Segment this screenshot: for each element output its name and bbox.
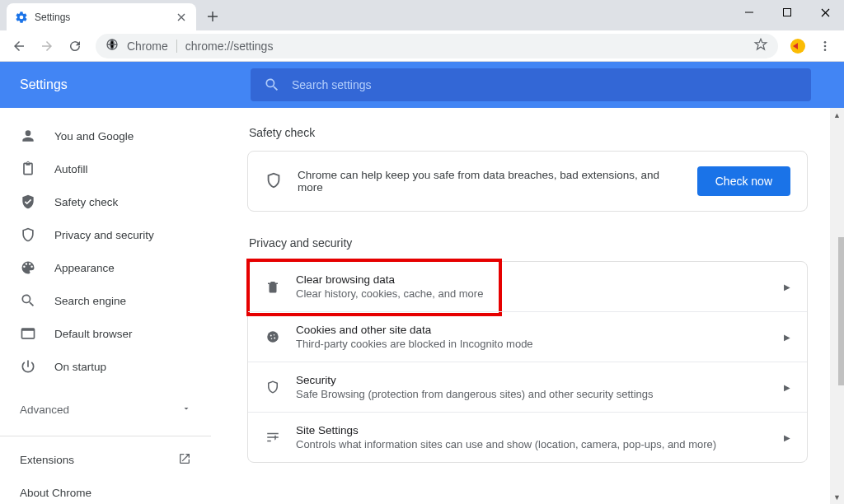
titlebar: Settings	[0, 0, 844, 30]
svg-point-3	[824, 44, 827, 47]
svg-point-4	[824, 49, 827, 51]
reload-button[interactable]	[63, 34, 87, 58]
site-label: Chrome	[127, 40, 168, 53]
advanced-label: Advanced	[20, 404, 69, 416]
row-site-settings[interactable]: Site Settings Controls what information …	[248, 412, 807, 462]
sidebar-advanced-toggle[interactable]: Advanced	[0, 390, 211, 429]
main-inner: Safety check Chrome can help keep you sa…	[247, 108, 808, 463]
sidebar: You and Google Autofill Safety check Pri…	[0, 108, 211, 504]
check-now-button[interactable]: Check now	[697, 166, 790, 196]
svg-point-5	[267, 331, 279, 343]
row-text: Cookies and other site data Third-party …	[296, 324, 769, 350]
tab-strip: Settings	[0, 0, 224, 30]
maximize-button[interactable]	[768, 0, 806, 25]
sliders-icon	[265, 430, 281, 445]
nav-label: You and Google	[54, 130, 191, 142]
browser-toolbar: Chrome chrome://settings	[0, 30, 844, 62]
new-tab-button[interactable]	[201, 5, 224, 28]
sidebar-item-autofill[interactable]: Autofill	[0, 152, 211, 185]
svg-point-7	[274, 334, 275, 336]
sidebar-item-appearance[interactable]: Appearance	[0, 251, 211, 284]
chrome-menu-button[interactable]	[813, 34, 837, 58]
palette-icon	[20, 259, 36, 276]
row-text: Clear browsing data Clear history, cooki…	[296, 273, 769, 300]
chevron-down-icon	[181, 404, 191, 416]
about-label: About Chrome	[20, 487, 91, 499]
close-tab-button[interactable]	[175, 11, 188, 24]
address-bar[interactable]: Chrome chrome://settings	[96, 34, 778, 58]
chevron-right-icon: ▶	[784, 433, 790, 442]
extensions-label: Extensions	[20, 454, 74, 466]
nav-label: Safety check	[54, 196, 191, 208]
row-title: Cookies and other site data	[296, 324, 769, 336]
sidebar-item-default-browser[interactable]: Default browser	[0, 317, 211, 350]
chevron-right-icon: ▶	[784, 282, 790, 292]
bookmark-star-icon[interactable]	[753, 37, 768, 54]
sidebar-item-privacy-security[interactable]: Privacy and security	[0, 218, 211, 251]
nav-label: On startup	[54, 361, 191, 373]
row-text: Security Safe Browsing (protection from …	[296, 374, 769, 400]
shield-outline-icon	[265, 171, 283, 192]
row-sub: Clear history, cookies, cache, and more	[296, 287, 769, 300]
row-sub: Safe Browsing (protection from dangerous…	[296, 388, 769, 400]
browser-window-icon	[20, 325, 36, 342]
open-external-icon	[178, 452, 191, 468]
omnibox-divider	[176, 40, 177, 53]
safety-check-text: Chrome can help keep you safe from data …	[298, 169, 682, 194]
extension-icon[interactable]	[786, 35, 809, 58]
sidebar-about-chrome[interactable]: About Chrome	[0, 476, 211, 504]
row-clear-browsing-data[interactable]: Clear browsing data Clear history, cooki…	[248, 262, 807, 311]
row-security[interactable]: Security Safe Browsing (protection from …	[248, 362, 807, 412]
close-window-button[interactable]	[806, 0, 844, 25]
safety-check-card: Chrome can help keep you safe from data …	[247, 151, 808, 212]
row-sub: Third-party cookies are blocked in Incog…	[296, 338, 769, 350]
row-title: Site Settings	[296, 424, 769, 436]
window-controls	[730, 0, 844, 25]
url-text: chrome://settings	[185, 40, 745, 53]
browser-tab[interactable]: Settings	[7, 3, 196, 30]
nav-label: Default browser	[54, 328, 191, 340]
site-info-icon[interactable]	[106, 38, 119, 54]
magnifier-icon	[20, 292, 36, 309]
vertical-scrollbar[interactable]: ▲ ▼	[830, 108, 844, 504]
scroll-up-button[interactable]: ▲	[830, 108, 844, 122]
trash-icon	[265, 279, 281, 294]
svg-rect-0	[784, 9, 791, 16]
privacy-security-card: Clear browsing data Clear history, cooki…	[247, 261, 808, 463]
sidebar-item-safety-check[interactable]: Safety check	[0, 185, 211, 218]
nav-label: Privacy and security	[54, 229, 191, 241]
settings-search-input[interactable]	[292, 78, 798, 91]
power-icon	[20, 358, 36, 375]
row-sub: Controls what information sites can use …	[296, 438, 769, 450]
scroll-down-button[interactable]: ▼	[830, 490, 844, 504]
shield-icon	[20, 226, 36, 243]
chevron-right-icon: ▶	[784, 383, 790, 392]
sidebar-item-on-startup[interactable]: On startup	[0, 350, 211, 383]
minimize-button[interactable]	[730, 0, 768, 25]
svg-point-8	[271, 338, 273, 339]
chevron-right-icon: ▶	[784, 333, 790, 342]
sidebar-item-search-engine[interactable]: Search engine	[0, 284, 211, 317]
row-title: Security	[296, 374, 769, 386]
row-cookies[interactable]: Cookies and other site data Third-party …	[248, 311, 807, 362]
privacy-security-heading: Privacy and security	[249, 236, 808, 250]
sidebar-extensions-link[interactable]: Extensions	[0, 443, 211, 476]
gear-favicon-icon	[15, 11, 28, 24]
shield-check-icon	[20, 194, 36, 210]
settings-search[interactable]	[251, 68, 811, 101]
forward-button[interactable]	[35, 34, 59, 58]
svg-point-9	[274, 338, 275, 339]
shield-icon	[265, 380, 281, 394]
row-title: Clear browsing data	[296, 273, 769, 286]
settings-title: Settings	[20, 77, 201, 92]
scroll-thumb[interactable]	[838, 237, 845, 385]
svg-point-6	[270, 335, 272, 337]
back-button[interactable]	[7, 34, 31, 58]
main-panel: Safety check Chrome can help keep you sa…	[211, 108, 844, 504]
nav-label: Autofill	[54, 163, 191, 175]
sidebar-item-you-and-google[interactable]: You and Google	[0, 119, 211, 152]
person-icon	[20, 128, 36, 144]
nav-label: Appearance	[54, 262, 191, 274]
safety-check-heading: Safety check	[249, 126, 808, 139]
cookie-icon	[265, 329, 281, 344]
